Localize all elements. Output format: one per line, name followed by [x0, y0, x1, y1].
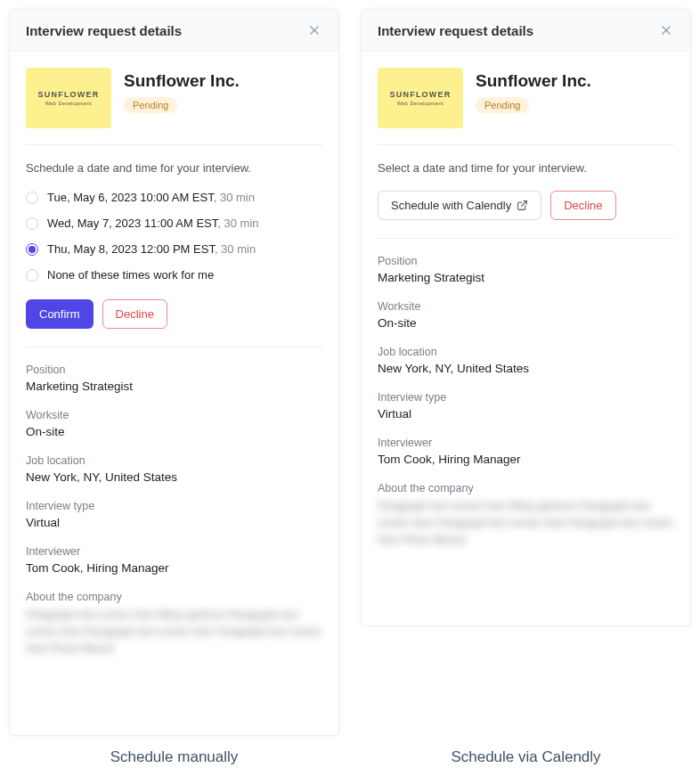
decline-button[interactable]: Decline — [550, 191, 615, 220]
divider — [26, 347, 322, 347]
schedule-calendly-button[interactable]: Schedule with Calendly — [378, 191, 541, 220]
detail-label: Position — [378, 255, 674, 267]
left-caption: Schedule manually — [9, 748, 339, 766]
divider — [378, 144, 674, 145]
time-slot-option[interactable]: Tue, May 6, 2023 10:00 AM EST, 30 min — [26, 191, 322, 204]
calendly-schedule-card: Interview request details SUNFLOWER Web … — [361, 9, 691, 626]
slot-label: Wed, May 7, 2023 11:00 AM EST — [47, 216, 217, 230]
detail-value: Virtual — [378, 407, 674, 421]
time-slot-list: Tue, May 6, 2023 10:00 AM EST, 30 min We… — [26, 191, 322, 282]
company-name: Sunflower Inc. — [476, 71, 591, 91]
close-icon — [660, 24, 672, 37]
detail-type: Interview type Virtual — [378, 391, 674, 421]
detail-value: On-site — [378, 316, 674, 330]
radio-icon — [26, 192, 38, 204]
detail-label: About the company — [26, 591, 322, 603]
slot-label: Tue, May 6, 2023 10:00 AM EST — [47, 191, 214, 204]
external-link-icon — [517, 200, 528, 211]
detail-label: Job location — [378, 346, 674, 358]
divider — [378, 238, 674, 239]
detail-value: Marketing Strategist — [378, 271, 674, 284]
detail-label: Worksite — [378, 300, 674, 313]
detail-value: New York, NY, United States — [26, 470, 322, 484]
detail-position: Position Marketing Strategist — [26, 363, 322, 393]
detail-position: Position Marketing Strategist — [378, 255, 674, 284]
close-icon — [308, 24, 321, 37]
detail-interviewer: Interviewer Tom Cook, Hiring Manager — [26, 545, 322, 575]
detail-location: Job location New York, NY, United States — [26, 454, 322, 484]
detail-label: Worksite — [26, 409, 322, 421]
detail-label: Position — [26, 363, 322, 376]
company-logo: SUNFLOWER Web Development — [26, 68, 111, 128]
detail-worksite: Worksite On-site — [26, 409, 322, 438]
detail-label: Interview type — [26, 500, 322, 512]
company-name: Sunflower Inc. — [124, 71, 240, 91]
instruction-text: Schedule a date and time for your interv… — [26, 161, 322, 175]
close-button[interactable] — [658, 22, 674, 38]
logo-sub-text: Web Development — [397, 101, 444, 106]
detail-type: Interview type Virtual — [26, 500, 322, 529]
time-slot-option[interactable]: None of these times work for me — [26, 268, 322, 282]
status-badge: Pending — [124, 97, 177, 113]
decline-button[interactable]: Decline — [102, 299, 167, 329]
slot-label: Thu, May 8, 2023 12:00 PM EST — [47, 242, 215, 256]
slot-duration: , 30 min — [217, 216, 258, 230]
divider — [26, 144, 322, 145]
card-header: Interview request details — [10, 10, 338, 52]
time-slot-option[interactable]: Wed, May 7, 2023 11:00 AM EST, 30 min — [26, 216, 322, 230]
detail-value: Tom Cook, Hiring Manager — [378, 453, 674, 466]
radio-icon — [26, 243, 38, 256]
detail-location: Job location New York, NY, United States — [378, 346, 674, 375]
detail-label: Job location — [26, 454, 322, 467]
detail-about: About the company Paragraph text comes h… — [26, 591, 322, 658]
detail-value: Tom Cook, Hiring Manager — [26, 561, 322, 575]
slot-duration: , 30 min — [215, 242, 256, 256]
detail-worksite: Worksite On-site — [378, 300, 674, 330]
confirm-button[interactable]: Confirm — [26, 299, 94, 329]
slot-label: None of these times work for me — [47, 268, 214, 282]
slot-duration: , 30 min — [214, 191, 255, 204]
detail-label: About the company — [378, 482, 674, 494]
radio-icon — [26, 269, 38, 282]
about-company-text: Paragraph text comes here filling apertu… — [26, 607, 322, 658]
detail-interviewer: Interviewer Tom Cook, Hiring Manager — [378, 437, 674, 466]
instruction-text: Select a date and time for your intervie… — [378, 161, 674, 175]
status-badge: Pending — [476, 97, 529, 113]
header-title: Interview request details — [378, 23, 533, 38]
radio-icon — [26, 217, 38, 230]
time-slot-option[interactable]: Thu, May 8, 2023 12:00 PM EST, 30 min — [26, 242, 322, 256]
about-company-text: Paragraph text comes here filling apertu… — [378, 498, 674, 550]
header-title: Interview request details — [26, 23, 182, 38]
logo-sub-text: Web Development — [45, 101, 93, 106]
company-logo: SUNFLOWER Web Development — [378, 68, 463, 128]
detail-label: Interviewer — [26, 545, 322, 558]
detail-value: New York, NY, United States — [378, 362, 674, 375]
detail-value: Marketing Strategist — [26, 380, 322, 393]
detail-label: Interviewer — [378, 437, 674, 449]
calendly-button-label: Schedule with Calendly — [391, 199, 511, 212]
right-caption: Schedule via Calendly — [361, 748, 691, 766]
logo-main-text: SUNFLOWER — [38, 90, 100, 99]
manual-schedule-card: Interview request details SUNFLOWER Web … — [9, 9, 339, 736]
logo-main-text: SUNFLOWER — [390, 90, 452, 99]
detail-about: About the company Paragraph text comes h… — [378, 482, 674, 550]
detail-value: Virtual — [26, 516, 322, 529]
detail-label: Interview type — [378, 391, 674, 404]
detail-value: On-site — [26, 425, 322, 438]
close-button[interactable] — [306, 22, 322, 38]
card-header: Interview request details — [362, 10, 690, 52]
svg-line-4 — [522, 201, 527, 207]
